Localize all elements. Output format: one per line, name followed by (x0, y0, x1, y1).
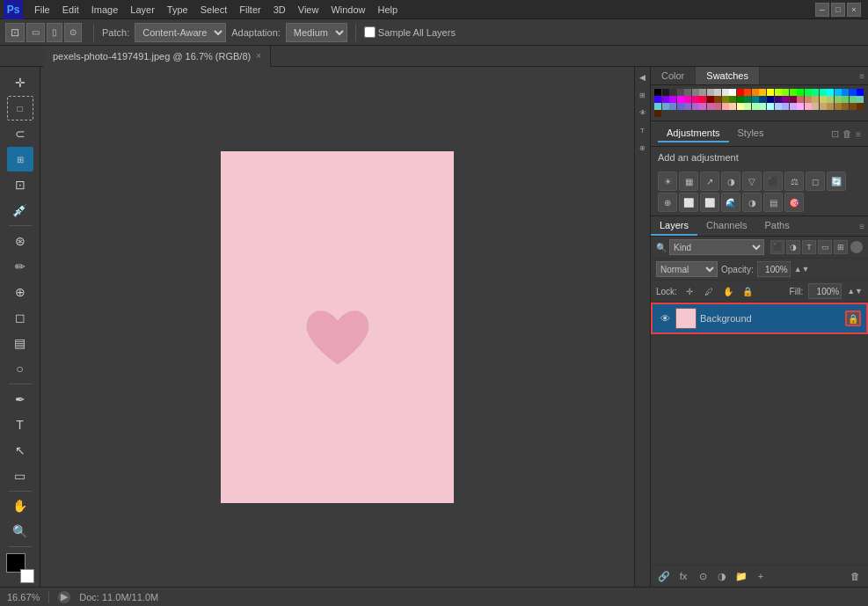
menu-layer[interactable]: Layer (124, 3, 161, 17)
swatch[interactable] (797, 96, 804, 103)
tab-close-btn[interactable]: × (256, 51, 261, 61)
layer-style-btn[interactable]: fx (675, 568, 691, 584)
swatch[interactable] (654, 110, 661, 117)
invert-adj[interactable]: ⬜ (700, 193, 719, 212)
strip-btn-3[interactable]: 👁 (636, 106, 650, 120)
swatch[interactable] (797, 89, 804, 96)
healing-brush-tool[interactable]: ⊛ (7, 229, 33, 253)
paths-tab[interactable]: Paths (756, 216, 799, 236)
layer-visibility-eye[interactable]: 👁 (658, 311, 672, 325)
swatch[interactable] (782, 89, 789, 96)
swatches-tab[interactable]: Swatches (696, 67, 760, 84)
colorlookup-adj[interactable]: ⬜ (679, 193, 698, 212)
swatch[interactable] (805, 89, 812, 96)
patch-select[interactable]: Content-Aware (135, 23, 226, 42)
swatch[interactable] (744, 89, 751, 96)
move-tool[interactable]: ✛ (7, 70, 33, 95)
swatch[interactable] (775, 103, 782, 110)
path-select-tool[interactable]: ↖ (7, 438, 33, 463)
dodge-tool[interactable]: ○ (7, 356, 33, 381)
posterize-adj[interactable]: 🌊 (721, 193, 740, 212)
new-group-btn[interactable]: 📁 (733, 568, 749, 584)
swatch[interactable] (737, 96, 744, 103)
adj-menu-btn[interactable]: ≡ (856, 129, 861, 139)
swatch[interactable] (752, 103, 759, 110)
menu-filter[interactable]: Filter (233, 3, 266, 17)
type-tool[interactable]: T (7, 413, 33, 437)
menu-help[interactable]: Help (372, 3, 405, 17)
layer-row-background[interactable]: 👁 Background 🔒 (651, 303, 868, 334)
delete-layer-btn[interactable]: 🗑 (847, 568, 863, 584)
swatch[interactable] (850, 89, 857, 96)
strip-btn-5[interactable]: ⊕ (636, 141, 650, 155)
levels-adj[interactable]: ▦ (679, 172, 698, 191)
background-color[interactable] (20, 569, 34, 583)
clone-stamp-tool[interactable]: ⊕ (7, 280, 33, 304)
shape-tool[interactable]: ▭ (7, 464, 33, 488)
marquee-tool[interactable]: □ (7, 96, 33, 120)
single-col-btn[interactable]: ▯ (47, 23, 62, 42)
eyedropper-tool[interactable]: 💉 (7, 198, 33, 223)
lasso-tool[interactable]: ⊂ (7, 121, 33, 146)
swatch[interactable] (790, 96, 797, 103)
swatch[interactable] (812, 96, 819, 103)
swatch[interactable] (654, 96, 661, 103)
swatch[interactable] (827, 96, 834, 103)
swatch[interactable] (767, 96, 774, 103)
swatch[interactable] (692, 96, 699, 103)
swatch[interactable] (857, 89, 864, 96)
swatch[interactable] (827, 103, 834, 110)
swatch[interactable] (820, 96, 827, 103)
swatch[interactable] (857, 96, 864, 103)
channelmixer-adj[interactable]: ⊕ (658, 193, 677, 212)
zoom-tool[interactable]: 🔍 (7, 519, 33, 544)
document-tab[interactable]: pexels-photo-4197491.jpeg @ 16.7% (RGB/8… (44, 46, 271, 67)
vibrance-adj[interactable]: ▽ (742, 172, 762, 191)
fill-input[interactable] (808, 283, 842, 299)
lock-all-btn[interactable]: 🔒 (740, 284, 755, 298)
gradient-tool[interactable]: ▤ (7, 331, 33, 355)
swatch[interactable] (729, 89, 736, 96)
eraser-tool[interactable]: ◻ (7, 305, 33, 330)
filter-toggle-btn[interactable] (850, 241, 863, 253)
menu-view[interactable]: View (292, 3, 325, 17)
swatch[interactable] (744, 96, 751, 103)
swatch[interactable] (654, 103, 661, 110)
rect-marquee-btn[interactable]: ⊡ (5, 23, 25, 42)
swatch[interactable] (752, 89, 759, 96)
ellipse-btn[interactable]: ⊙ (64, 23, 82, 42)
swatch[interactable] (842, 103, 849, 110)
blend-mode-select[interactable]: Normal (656, 261, 718, 277)
swatch[interactable] (677, 89, 684, 96)
swatch[interactable] (662, 89, 669, 96)
swatch[interactable] (729, 96, 736, 103)
swatch[interactable] (714, 96, 721, 103)
menu-3d[interactable]: 3D (267, 3, 292, 17)
swatch[interactable] (707, 96, 714, 103)
swatch[interactable] (812, 89, 819, 96)
swatch[interactable] (699, 89, 706, 96)
menu-window[interactable]: Window (325, 3, 371, 17)
channels-tab[interactable]: Channels (697, 216, 755, 236)
swatch[interactable] (790, 89, 797, 96)
filter-smart-btn[interactable]: ⊞ (834, 240, 848, 254)
swatch[interactable] (767, 103, 774, 110)
styles-tab[interactable]: Styles (729, 125, 773, 142)
color-tab[interactable]: Color (651, 67, 696, 84)
swatch[interactable] (684, 89, 691, 96)
photofilter-adj[interactable]: 🔄 (827, 172, 846, 191)
swatch[interactable] (775, 89, 782, 96)
curves-adj[interactable]: ↗ (700, 172, 719, 191)
swatch[interactable] (744, 103, 751, 110)
swatch[interactable] (669, 103, 676, 110)
swatch[interactable] (759, 89, 766, 96)
brush-tool[interactable]: ✏ (7, 254, 33, 279)
adaptation-select[interactable]: Medium (286, 23, 347, 42)
swatch[interactable] (827, 89, 834, 96)
exposure-adj[interactable]: ◑ (721, 172, 740, 191)
swatch[interactable] (677, 96, 684, 103)
swatch[interactable] (797, 103, 804, 110)
bw-adj[interactable]: ◻ (806, 172, 825, 191)
new-fill-adj-btn[interactable]: ◑ (714, 568, 730, 584)
swatch[interactable] (722, 103, 729, 110)
